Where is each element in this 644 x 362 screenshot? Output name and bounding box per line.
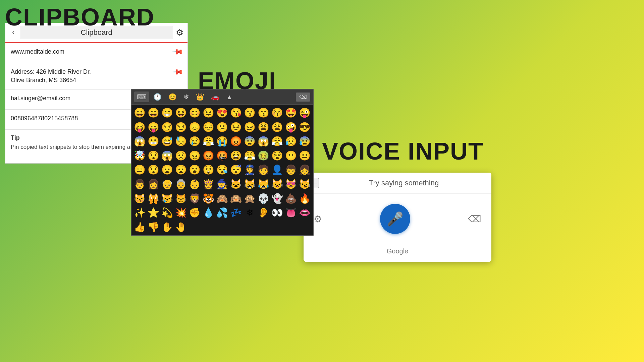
emoji-cell[interactable]: 😗 — [243, 106, 257, 120]
emoji-cell[interactable]: 🤩 — [284, 106, 298, 120]
emoji-cell[interactable]: 😼 — [298, 177, 312, 191]
emoji-cell[interactable]: 👎 — [147, 220, 160, 234]
emoji-cell[interactable]: 😠 — [188, 149, 201, 163]
emoji-cell[interactable]: 😉 — [202, 106, 215, 120]
emoji-cell[interactable]: 💩 — [284, 192, 298, 206]
emoji-cell[interactable]: 😫 — [229, 149, 243, 163]
emoji-cell[interactable]: ✨ — [133, 206, 146, 220]
emoji-cell[interactable]: 👦 — [284, 163, 298, 177]
emoji-cell[interactable]: 😑 — [133, 163, 146, 177]
emoji-cell[interactable]: 😩 — [271, 120, 284, 134]
emoji-cell[interactable]: 💥 — [174, 206, 187, 220]
emoji-cell[interactable]: 😩 — [257, 120, 270, 134]
emoji-cell[interactable]: 😨 — [243, 134, 257, 148]
emoji-cell[interactable]: 😱 — [257, 134, 270, 148]
emoji-delete-button[interactable]: ⌫ — [296, 93, 310, 102]
emoji-cell[interactable]: 💀 — [257, 192, 270, 206]
emoji-cell[interactable]: 😆 — [174, 106, 187, 120]
emoji-cell[interactable]: 👅 — [284, 206, 298, 220]
emoji-cell[interactable]: 😬 — [147, 134, 160, 148]
emoji-cell[interactable]: 😖 — [243, 120, 257, 134]
emoji-cell[interactable]: 🔥 — [298, 192, 312, 206]
emoji-cell[interactable]: 💧 — [202, 206, 215, 220]
emoji-cell[interactable]: ❄ — [243, 206, 257, 220]
emoji-cell[interactable]: 😛 — [147, 120, 160, 134]
emoji-cell[interactable]: 😢 — [188, 134, 201, 148]
emoji-cell[interactable]: 🤪 — [284, 120, 298, 134]
emoji-cell[interactable]: 😭 — [215, 134, 229, 148]
emoji-cell[interactable]: 😕 — [215, 120, 229, 134]
emoji-cell[interactable]: 😮 — [188, 163, 201, 177]
emoji-cell[interactable]: 👩 — [147, 177, 160, 191]
emoji-cell[interactable]: 😯 — [147, 163, 160, 177]
emoji-cell[interactable]: 👍 — [133, 220, 146, 234]
emoji-cell[interactable]: 😎 — [298, 120, 312, 134]
emoji-cell[interactable]: 😐 — [298, 149, 312, 163]
emoji-cell[interactable]: 😞 — [188, 120, 201, 134]
emoji-cell[interactable]: 😅 — [160, 134, 174, 148]
emoji-cell[interactable]: 🧑 — [257, 163, 270, 177]
emoji-cell[interactable]: 😸 — [243, 177, 257, 191]
emoji-cell[interactable]: 💦 — [215, 206, 229, 220]
voice-delete-button[interactable]: ⌫ — [468, 214, 481, 225]
emoji-cell[interactable]: 😘 — [229, 106, 243, 120]
emoji-cell[interactable]: 😟 — [174, 149, 187, 163]
emoji-cell[interactable]: 😿 — [160, 192, 174, 206]
emoji-cell[interactable]: 👀 — [271, 206, 284, 220]
emoji-cell[interactable]: 😡 — [202, 149, 215, 163]
clipboard-gear-icon[interactable]: ⚙ — [176, 27, 183, 38]
emoji-cell[interactable]: 👂 — [257, 206, 270, 220]
emoji-cell[interactable]: 🙈 — [215, 192, 229, 206]
emoji-keyboard-button[interactable]: ⌨ — [134, 92, 149, 102]
voice-mic-button[interactable]: 🎤 — [380, 204, 410, 234]
emoji-cell[interactable]: 💤 — [229, 206, 243, 220]
emoji-cell[interactable]: 👶 — [188, 177, 201, 191]
emoji-cell[interactable]: 😍 — [215, 106, 229, 120]
emoji-cell[interactable]: 😶 — [284, 149, 298, 163]
emoji-cell[interactable]: 😁 — [160, 106, 174, 120]
emoji-cell[interactable]: 🤯 — [133, 149, 146, 163]
emoji-cell[interactable]: 🤢 — [257, 149, 270, 163]
clipboard-item[interactable]: Address: 426 Middle River Dr.Olive Branc… — [5, 63, 187, 89]
emoji-cell[interactable]: 🙊 — [243, 192, 257, 206]
emoji-cell[interactable]: ✊ — [188, 206, 201, 220]
emoji-cell[interactable]: 😹 — [257, 177, 270, 191]
emoji-cell[interactable]: 👵 — [174, 177, 187, 191]
emoji-cell[interactable]: 😙 — [257, 106, 270, 120]
emoji-cell[interactable]: 😣 — [229, 120, 243, 134]
emoji-cell[interactable]: 👮 — [243, 163, 257, 177]
emoji-cell[interactable]: 👸 — [202, 177, 215, 191]
emoji-cell[interactable]: 👨 — [133, 177, 146, 191]
emoji-cell[interactable]: 😀 — [133, 106, 146, 120]
emoji-face-button[interactable]: 😊 — [166, 92, 179, 102]
emoji-cell[interactable]: 😓 — [174, 134, 187, 148]
emoji-cell[interactable]: 😥 — [284, 134, 298, 148]
emoji-cell[interactable]: 😦 — [160, 163, 174, 177]
emoji-cell[interactable]: ✋ — [160, 220, 174, 234]
emoji-cell[interactable]: 😜 — [298, 106, 312, 120]
emoji-cell[interactable]: 😪 — [215, 163, 229, 177]
emoji-cell[interactable]: 💫 — [160, 206, 174, 220]
emoji-cell[interactable]: 😤 — [243, 149, 257, 163]
emoji-cell[interactable]: 😴 — [229, 163, 243, 177]
emoji-cell[interactable]: 😱 — [160, 149, 174, 163]
emoji-cell[interactable]: 😽 — [133, 192, 146, 206]
emoji-cell[interactable]: 🙉 — [229, 192, 243, 206]
emoji-cell[interactable]: 🤬 — [215, 149, 229, 163]
emoji-cell[interactable]: 😾 — [174, 192, 187, 206]
emoji-cell[interactable]: 😊 — [188, 106, 201, 120]
emoji-cell[interactable]: 🦁 — [188, 192, 201, 206]
emoji-cell[interactable]: 😤 — [271, 134, 284, 148]
emoji-cell[interactable]: 😻 — [284, 177, 298, 191]
emoji-cell[interactable]: 🐯 — [202, 192, 215, 206]
emoji-recent-button[interactable]: 🕐 — [151, 92, 164, 102]
emoji-cell[interactable]: 🧙 — [215, 177, 229, 191]
emoji-cell[interactable]: 😏 — [160, 120, 174, 134]
emoji-nature-button[interactable]: ❄ — [181, 92, 192, 102]
emoji-cell[interactable]: 🤚 — [174, 220, 187, 234]
emoji-cell[interactable]: 😝 — [133, 120, 146, 134]
emoji-cell[interactable]: 😚 — [271, 106, 284, 120]
emoji-cell[interactable]: 🙀 — [147, 192, 160, 206]
emoji-cell[interactable]: 👄 — [298, 206, 312, 220]
emoji-cell[interactable]: 😡 — [229, 134, 243, 148]
